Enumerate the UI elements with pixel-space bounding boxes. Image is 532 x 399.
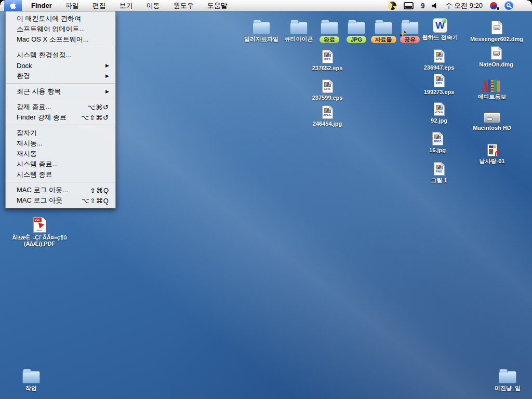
folder-icon xyxy=(401,22,419,34)
menu-separator xyxy=(6,182,115,183)
folder-icon xyxy=(348,22,365,34)
menubar-clock[interactable]: 수 오전 9:20 xyxy=(445,1,483,10)
shortcut-label: ⌥⇧⌘Q xyxy=(82,197,109,205)
menu-item-restart-dots[interactable]: 재시동... xyxy=(6,138,115,149)
magnifier-glyph-icon xyxy=(506,3,512,9)
menu-item-recent-items[interactable]: 최근 사용 항목▶ xyxy=(6,86,115,97)
eps-file-icon: EPS xyxy=(322,50,333,63)
folder-icon xyxy=(290,22,308,34)
menu-item-location[interactable]: 환경▶ xyxy=(6,71,115,81)
menu-item-restart[interactable]: 재시동 xyxy=(6,149,115,159)
menu-separator xyxy=(6,125,115,126)
menu-separator xyxy=(6,99,115,100)
classic-environment-9-icon[interactable]: 9 xyxy=(421,1,424,10)
desktop-icon-pdf[interactable]: PDF Adobe Àì±æÈ¯-Çï´ÃÃ¤»ç¶û (ÀåÆí).PDF xyxy=(8,215,71,247)
menu-item-sleep[interactable]: 잠자기 xyxy=(6,128,115,138)
menu-item-software-update[interactable]: 소프트웨어 업데이트... xyxy=(6,24,115,34)
apple-menu-dropdown: 이 매킨토시에 관하여 소프트웨어 업데이트... Mac OS X 소프트웨어… xyxy=(5,11,116,208)
menu-item-system-preferences[interactable]: 시스템 환경설정... xyxy=(6,50,115,60)
desktop-icon-eps[interactable]: EPS 237599.eps xyxy=(308,77,347,101)
desktop-icon-webhard-app[interactable]: W 웹하드 접속기 xyxy=(418,17,462,41)
desktop-icon-folder[interactable]: 미진냥_일 xyxy=(488,368,527,391)
menu-item-macosx-software[interactable]: Mac OS X 소프트웨어... xyxy=(6,34,115,45)
menu-item-shutdown-dots[interactable]: 시스템 종료... xyxy=(6,159,115,169)
menubar-item-edit[interactable]: 편집 xyxy=(92,1,106,10)
menu-item-force-quit[interactable]: 강제 종료...⌥⌘↺ xyxy=(6,102,115,112)
menu-item-force-quit-finder[interactable]: Finder 강제 종료⌥⇧⌘↺ xyxy=(6,112,115,123)
menu-bar: Finder 파일 편집 보기 이동 윈도우 도움말 9 수 오전 9:20 xyxy=(0,0,532,11)
eps-file-icon: EPS xyxy=(322,79,333,93)
volume-icon[interactable] xyxy=(431,2,438,9)
png-file-icon: PNG xyxy=(434,162,445,176)
menubar-item-view[interactable]: 보기 xyxy=(119,1,133,10)
desktop-icon-eps[interactable]: EPS 199273.eps xyxy=(420,72,458,95)
desktop-icon-eps[interactable]: EPS 237652.eps xyxy=(308,48,347,71)
antivirus-swirl-icon[interactable] xyxy=(388,2,396,10)
submenu-arrow-icon: ▶ xyxy=(105,63,109,68)
shortcut-label: ⌥⇧⌘↺ xyxy=(81,114,109,122)
menu-separator xyxy=(6,47,115,48)
shortcut-label: ⌥⌘↺ xyxy=(87,103,109,111)
jpeg-file-icon: JPEG xyxy=(432,132,443,145)
menubar-item-go[interactable]: 이동 xyxy=(147,1,160,10)
folder-icon xyxy=(321,22,338,34)
menubar-app-name[interactable]: Finder xyxy=(31,2,52,9)
korean-input-flag-icon[interactable] xyxy=(490,2,497,9)
desktop-icon-dmg[interactable]: NateOn.dmg xyxy=(477,44,515,68)
apple-menu-button[interactable] xyxy=(4,0,22,11)
menu-item-dock[interactable]: Dock▶ xyxy=(6,60,115,71)
hard-disk-icon xyxy=(484,112,500,123)
menu-item-logout-dots[interactable]: MAC 로그 아웃...⇧⌘Q xyxy=(6,185,115,195)
disk-image-icon xyxy=(491,21,502,34)
desktop-icon-folder[interactable]: 일러자료파일 xyxy=(242,19,281,42)
apple-logo-icon xyxy=(9,2,17,9)
menubar-item-help[interactable]: 도움말 xyxy=(207,1,228,10)
folder-icon xyxy=(499,371,516,383)
pdf-file-icon: PDF Adobe xyxy=(33,217,46,233)
desktop-icon-folder[interactable]: 작업 xyxy=(12,368,50,391)
desktop-icon-eps[interactable]: EPS 236947.eps xyxy=(420,47,458,71)
disk-image-icon xyxy=(491,46,502,60)
eps-file-icon: EPS xyxy=(434,74,445,87)
submenu-arrow-icon: ▶ xyxy=(105,73,109,78)
screen-corner-right xyxy=(527,0,532,5)
desktop-icon-document-alias[interactable]: 남사랑-01 xyxy=(473,141,511,164)
folder-icon xyxy=(22,371,40,383)
menubar-item-file[interactable]: 파일 xyxy=(65,1,79,10)
menu-item-logout[interactable]: MAC 로그 아웃⌥⇧⌘Q xyxy=(6,195,115,206)
shortcut-label: ⇧⌘Q xyxy=(90,187,109,194)
menu-separator xyxy=(6,83,115,84)
webhard-w-icon: W xyxy=(433,18,447,33)
menubar-item-window[interactable]: 윈도우 xyxy=(174,1,194,10)
menu-item-shutdown[interactable]: 시스템 종료 xyxy=(6,169,115,180)
acrobat-glyph-icon xyxy=(36,222,44,229)
desktop-icon-dmg[interactable]: Messenger602.dmg xyxy=(467,19,527,42)
folder-icon xyxy=(252,22,270,34)
alias-arrow-icon xyxy=(482,87,488,93)
eps-file-icon: EPS xyxy=(434,49,445,63)
alias-arrow-icon xyxy=(495,150,501,156)
desktop-icon-jpeg[interactable]: JPEG 92.jpg xyxy=(420,100,458,124)
menu-item-about-this-mac[interactable]: 이 매킨토시에 관하여 xyxy=(6,14,115,24)
jpeg-file-icon: JPEG xyxy=(322,105,333,119)
desktop-icon-png[interactable]: PNG 그림 1 xyxy=(420,160,458,183)
displays-icon[interactable] xyxy=(404,2,414,9)
desktop-icon-macintosh-hd[interactable]: Macintosh HD xyxy=(473,108,511,131)
screen-corner-left xyxy=(0,0,5,5)
spotlight-icon[interactable] xyxy=(504,1,513,10)
jpeg-file-icon: JPEG xyxy=(434,102,445,116)
books-icon xyxy=(484,78,500,92)
desktop-icon-jpeg[interactable]: JPEG 246454.jpg xyxy=(308,103,347,127)
desktop-icon-jpeg[interactable]: JPEG 16.jpg xyxy=(418,130,457,153)
desktop-icon-books-alias[interactable]: 애디트돔보 xyxy=(473,76,511,100)
folder-icon xyxy=(375,22,392,34)
submenu-arrow-icon: ▶ xyxy=(105,89,109,94)
